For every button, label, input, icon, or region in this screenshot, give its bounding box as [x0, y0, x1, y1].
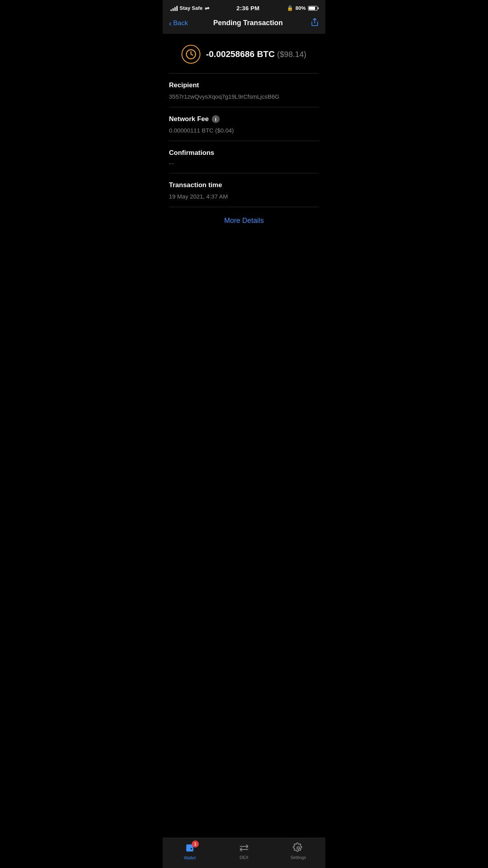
- confirmations-value: --: [169, 160, 319, 167]
- transaction-time-section: Transaction time 19 May 2021, 4:37 AM: [163, 173, 325, 207]
- battery-icon: [308, 6, 317, 11]
- transaction-header: -0.00258686 BTC ($98.14): [163, 34, 325, 73]
- network-fee-section: Network Fee i 0.00000111 BTC ($0.04): [163, 107, 325, 141]
- more-details-button[interactable]: More Details: [224, 217, 264, 225]
- more-details-section: More Details: [163, 207, 325, 234]
- status-right: 🔒 80%: [287, 5, 317, 11]
- confirmations-section: Confirmations --: [163, 141, 325, 173]
- network-fee-info-icon[interactable]: i: [212, 115, 220, 123]
- transaction-time-label: Transaction time: [169, 181, 319, 189]
- battery-percent: 80%: [295, 5, 306, 11]
- status-left: Stay Safe ⇌: [171, 5, 209, 11]
- transaction-time-value: 19 May 2021, 4:37 AM: [169, 192, 319, 200]
- back-button[interactable]: ‹ Back: [169, 19, 188, 27]
- recipient-label: Recipient: [169, 81, 319, 89]
- transaction-amount: -0.00258686 BTC ($98.14): [206, 49, 306, 59]
- back-chevron-icon: ‹: [169, 19, 172, 27]
- share-button[interactable]: [308, 18, 319, 28]
- recipient-section: Recipient 3557r1zwQvysXqoq7g19L9rCfsmLjc…: [163, 74, 325, 107]
- back-label: Back: [173, 19, 188, 27]
- content-area: -0.00258686 BTC ($98.14) Recipient 3557r…: [163, 34, 325, 266]
- network-fee-label: Network Fee i: [169, 115, 319, 123]
- recipient-address: 3557r1zwQvysXqoq7g19L9rCfsmLjcsB6G: [169, 92, 319, 101]
- pending-clock-icon: [182, 45, 200, 64]
- nav-bar: ‹ Back Pending Transaction: [163, 14, 325, 34]
- wifi-icon: ⇌: [205, 5, 209, 11]
- status-time: 2:36 PM: [237, 5, 260, 11]
- transaction-fiat: ($98.14): [277, 50, 306, 59]
- lock-icon: 🔒: [287, 5, 293, 11]
- network-fee-value: 0.00000111 BTC ($0.04): [169, 126, 319, 134]
- confirmations-label: Confirmations: [169, 149, 319, 157]
- carrier-text: Stay Safe: [180, 5, 203, 11]
- signal-icon: [171, 6, 178, 11]
- status-bar: Stay Safe ⇌ 2:36 PM 🔒 80%: [163, 0, 325, 14]
- page-title: Pending Transaction: [213, 19, 283, 27]
- transaction-amount-block: -0.00258686 BTC ($98.14): [206, 49, 306, 59]
- share-icon: [310, 18, 319, 26]
